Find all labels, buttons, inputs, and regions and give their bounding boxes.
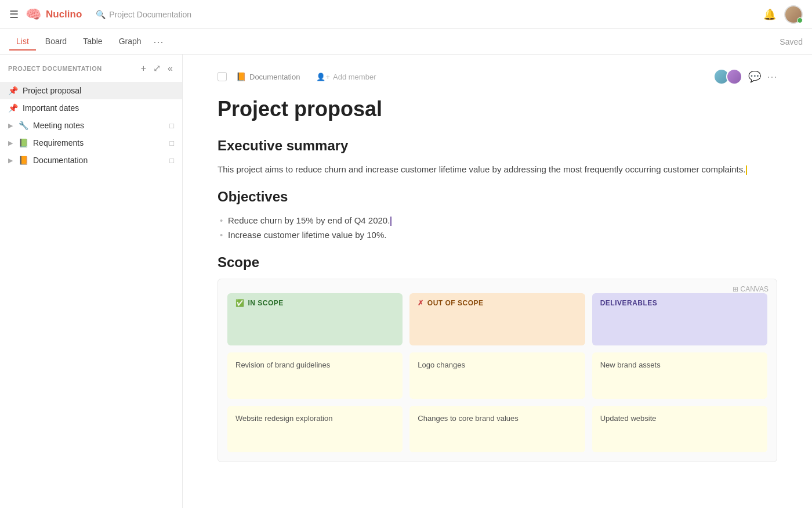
sidebar-header: PROJECT DOCUMENTATION + ⤢ « [0,55,182,82]
search-label: Project Documentation [109,10,191,19]
sidebar-item-requirements[interactable]: ▶ 📗 Requirements □ [0,134,182,152]
sidebar-item-important-dates[interactable]: 📌 Important dates [0,99,182,117]
objective-item-2: Increase customer lifetime value by 10%. [217,228,777,243]
add-item-button[interactable]: + [140,62,147,75]
canvas-card-in-scope-2[interactable]: Website redesign exploration [227,406,403,452]
canvas-grid: ✅ IN SCOPE ✗ OUT OF SCOPE DELIVERABLES R… [227,293,767,452]
sidebar-item-label: Important dates [23,103,174,113]
collaborator-avatar-2[interactable] [726,69,742,85]
executive-summary-text: This project aims to reduce churn and in… [217,162,777,177]
document-title: Project proposal [217,96,777,121]
section-heading-objectives: Objectives [217,189,777,205]
comment-icon[interactable]: 💬 [748,70,761,83]
doc-actions-right: 💬 ⋯ [713,69,777,85]
wrench-icon: 🔧 [19,121,28,130]
canvas-card-deliverables-2[interactable]: Updated website [592,406,767,452]
green-book-icon: 📗 [19,138,28,147]
doc-checkbox[interactable] [217,72,227,81]
sidebar-item-meeting-notes[interactable]: ▶ 🔧 Meeting notes □ [0,117,182,134]
tab-board[interactable]: Board [38,33,74,51]
saved-status: Saved [780,37,803,46]
canvas-card-deliverables-1[interactable]: New brand assets [592,352,767,399]
logo-text: Nuclino [46,9,82,20]
pin-icon: 📌 [8,103,18,113]
doc-header-bar: 📙 Documentation 👤+ Add member 💬 ⋯ [217,69,777,85]
logo-area[interactable]: 🧠 Nuclino [26,7,82,22]
cursor-purple [390,217,392,226]
bell-icon[interactable]: 🔔 [763,8,776,21]
canvas-card-in-scope-1[interactable]: Revision of brand guidelines [227,352,403,399]
out-scope-x-icon: ✗ [418,299,424,307]
canvas-label: ⊞ CANVAS [733,285,768,293]
canvas-container: ⊞ CANVAS ✅ IN SCOPE ✗ OUT OF SCOPE DELIV… [217,279,777,462]
sidebar: PROJECT DOCUMENTATION + ⤢ « 📌 Project pr… [0,55,183,508]
add-member-button[interactable]: 👤+ Add member [316,73,376,81]
in-scope-check-icon: ✅ [235,299,245,307]
sidebar-item-label: Documentation [33,156,165,165]
sidebar-item-documentation[interactable]: ▶ 📙 Documentation □ [0,152,182,169]
expand-arrow-icon: ▶ [8,122,13,129]
search-icon: 🔍 [96,10,106,19]
view-tabs: List Board Table Graph ⋯ Saved [0,29,812,55]
sidebar-item-project-proposal[interactable]: 📌 Project proposal [0,82,182,99]
sidebar-actions: + ⤢ « [140,62,174,75]
page-icon: □ [169,121,174,130]
canvas-column-in-scope: ✅ IN SCOPE [227,293,403,345]
objective-item-1: Reduce churn by 15% by end of Q4 2020. [217,213,777,228]
sidebar-section-title: PROJECT DOCUMENTATION [8,65,135,72]
page-icon: □ [169,139,174,147]
content-area: 📙 Documentation 👤+ Add member 💬 ⋯ Projec… [183,55,812,508]
expand-button[interactable]: ⤢ [152,62,162,75]
cursor-yellow [746,165,747,175]
logo-brain-icon: 🧠 [26,7,41,22]
online-status-dot [797,17,803,23]
section-heading-executive-summary: Executive summary [217,138,777,154]
main-layout: PROJECT DOCUMENTATION + ⤢ « 📌 Project pr… [0,55,812,508]
canvas-column-out-scope: ✗ OUT OF SCOPE [409,293,585,345]
sidebar-item-label: Project proposal [23,86,174,95]
search-area[interactable]: 🔍 Project Documentation [89,10,756,19]
canvas-card-out-scope-1[interactable]: Logo changes [409,352,585,399]
breadcrumb: 📙 Documentation [236,72,300,81]
more-views-button[interactable]: ⋯ [153,37,164,47]
section-heading-scope: Scope [217,254,777,271]
sidebar-item-label: Meeting notes [33,121,165,130]
tab-graph[interactable]: Graph [112,33,148,51]
breadcrumb-icon: 📙 [236,72,246,81]
more-options-icon[interactable]: ⋯ [767,70,777,83]
sidebar-item-label: Requirements [33,138,165,147]
collapse-button[interactable]: « [166,62,174,75]
canvas-column-deliverables: DELIVERABLES [592,293,767,345]
breadcrumb-label[interactable]: Documentation [249,73,300,81]
expand-arrow-icon: ▶ [8,157,13,164]
canvas-icon: ⊞ [733,285,738,293]
orange-book-icon: 📙 [19,156,28,165]
nav-right: 🔔 [763,5,803,24]
add-member-label: Add member [333,73,376,81]
page-icon: □ [169,156,174,165]
pin-icon: 📌 [8,86,18,95]
hamburger-icon[interactable]: ☰ [9,8,19,21]
tab-list[interactable]: List [9,33,36,51]
add-member-icon: 👤+ [316,73,330,81]
expand-arrow-icon: ▶ [8,139,13,147]
objectives-list: Reduce churn by 15% by end of Q4 2020. I… [217,213,777,243]
tab-table[interactable]: Table [76,33,109,51]
top-nav: ☰ 🧠 Nuclino 🔍 Project Documentation 🔔 [0,0,812,29]
canvas-card-out-scope-2[interactable]: Changes to core brand values [409,406,585,452]
